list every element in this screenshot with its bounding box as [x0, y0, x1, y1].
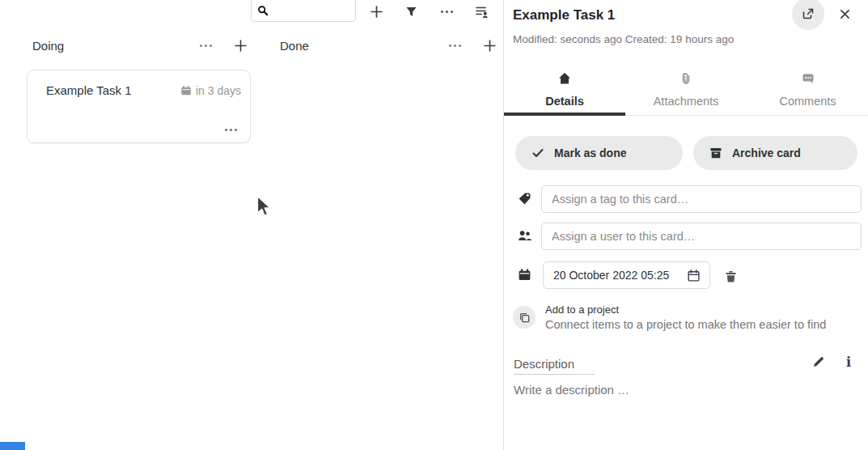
description-underline: [514, 374, 595, 375]
tab-comments[interactable]: Comments: [747, 68, 868, 116]
trash-icon: [724, 270, 738, 283]
filter-icon: [405, 6, 417, 18]
archive-icon: [709, 146, 722, 159]
calendar-icon: [518, 268, 531, 282]
tag-icon: [518, 192, 531, 206]
view-switch-button[interactable]: [470, 0, 493, 23]
search-input[interactable]: [273, 5, 349, 17]
plus-icon: [234, 39, 248, 53]
project-row-title: Add to a project: [545, 304, 619, 316]
tab-label: Comments: [747, 95, 868, 108]
menu-icon: [449, 45, 461, 47]
pencil-icon: [812, 355, 825, 368]
plus-icon: [483, 39, 497, 53]
search-icon: [257, 5, 269, 16]
due-date-value: 20 October 2022 05:25: [553, 269, 684, 282]
edit-description-button[interactable]: [808, 351, 829, 372]
details-panel: Example Task 1 Modified: seconds ago Cre…: [504, 0, 868, 450]
column-done-add-button[interactable]: [480, 36, 499, 55]
tab-label: Attachments: [625, 95, 747, 108]
close-icon: [839, 8, 851, 20]
panel-meta: Modified: seconds ago Created: 19 hours …: [513, 33, 734, 45]
calendar-outline-icon: [687, 269, 701, 282]
description-info-button[interactable]: i: [838, 351, 859, 372]
menu-icon: [200, 45, 212, 47]
open-calendar-button[interactable]: [684, 265, 703, 285]
description-label: Description: [514, 357, 574, 371]
button-label: Mark as done: [554, 146, 626, 159]
search-input-wrap[interactable]: [251, 0, 356, 22]
card-due-date: in 3 days: [180, 84, 241, 97]
comment-icon: [747, 72, 868, 85]
active-tab-indicator: [504, 112, 625, 116]
panel-tabs: Details Attachments Comments: [504, 68, 868, 116]
user-input[interactable]: [541, 223, 862, 250]
close-panel-button[interactable]: [834, 3, 855, 24]
column-done-menu-button[interactable]: [445, 36, 464, 55]
copy-icon: [519, 312, 531, 324]
card-title: Example Task 1: [46, 83, 132, 97]
accent-bar: [0, 442, 25, 450]
button-label: Archive card: [732, 146, 801, 159]
menu-icon: [441, 11, 453, 13]
card-menu-button[interactable]: [225, 129, 237, 131]
column-title-doing: Doing: [32, 39, 64, 53]
mouse-cursor: [256, 195, 273, 222]
external-link-icon: [802, 7, 815, 20]
remove-due-date-button[interactable]: [720, 265, 741, 287]
archive-card-button[interactable]: Archive card: [693, 136, 857, 170]
open-in-window-button[interactable]: [792, 0, 824, 30]
tag-input[interactable]: [541, 185, 862, 213]
task-card[interactable]: Example Task 1 in 3 days: [27, 70, 251, 143]
check-icon: [531, 146, 544, 159]
tab-label: Details: [504, 95, 625, 108]
add-to-project-button[interactable]: [513, 306, 536, 329]
users-icon: [518, 229, 532, 243]
column-doing-add-button[interactable]: [231, 36, 250, 55]
column-doing-menu-button[interactable]: [196, 36, 215, 55]
home-icon: [504, 72, 625, 85]
tab-attachments[interactable]: Attachments: [625, 68, 747, 116]
info-icon: i: [846, 354, 851, 370]
plus-icon: [370, 5, 383, 19]
menu-icon: [225, 129, 237, 131]
board-menu-button[interactable]: [435, 0, 458, 23]
project-row-subtitle: Connect items to a project to make them …: [545, 318, 826, 331]
app-window: Doing Done Example Task 1 in 3 days Exam…: [0, 0, 868, 450]
add-card-button[interactable]: [365, 0, 387, 23]
filter-button[interactable]: [400, 0, 422, 23]
calendar-icon: [180, 85, 192, 96]
due-date-field[interactable]: 20 October 2022 05:25: [543, 261, 710, 289]
mark-as-done-button[interactable]: Mark as done: [515, 136, 683, 170]
paperclip-icon: [625, 72, 747, 85]
panel-title: Example Task 1: [513, 7, 615, 23]
description-placeholder[interactable]: Write a description …: [514, 383, 629, 397]
tab-details[interactable]: Details: [504, 68, 625, 116]
list-person-icon: [475, 5, 489, 19]
column-title-done: Done: [280, 39, 309, 53]
